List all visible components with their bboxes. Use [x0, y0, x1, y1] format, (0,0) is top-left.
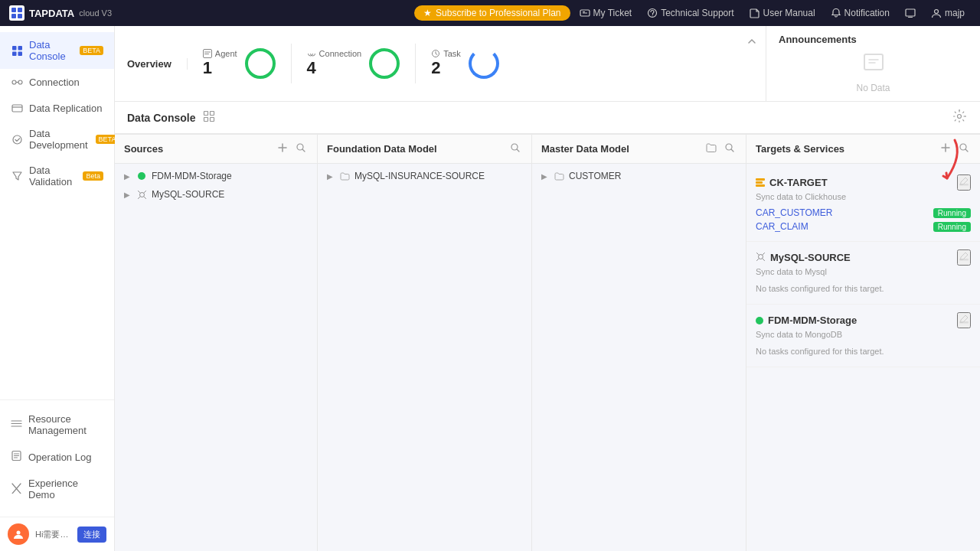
ck-edit-button[interactable] [957, 174, 971, 191]
agent-icon [203, 49, 212, 58]
tree-arrow-insurance: ▶ [327, 172, 335, 181]
tree-item-mysql-source[interactable]: ▶ MySQL-SOURCE [115, 185, 317, 204]
svg-rect-1 [18, 8, 22, 12]
user-manual-button[interactable]: User Manual [743, 8, 822, 18]
overview-collapse-button[interactable] [744, 34, 760, 52]
master-search-button[interactable] [723, 141, 737, 157]
plus-icon-targets [940, 142, 951, 153]
sources-panel-body: ▶ FDM-MDM-Storage ▶ MySQL [115, 164, 317, 551]
user-manual-label: User Manual [763, 8, 815, 18]
sidebar-item-resource-management[interactable]: Resource Management [0, 406, 114, 443]
chat-connect-button[interactable]: 连接 [77, 527, 106, 543]
connection-stat-icon [307, 49, 316, 58]
resource-icon [11, 418, 22, 432]
tree-item-fdm-mdm[interactable]: ▶ FDM-MDM-Storage [115, 167, 317, 185]
targets-search-button[interactable] [957, 141, 971, 157]
car-customer-link[interactable]: CAR_CUSTOMER [756, 207, 832, 218]
fdm-edit-button[interactable] [957, 312, 971, 328]
announcements-section: Announcements No Data [766, 26, 980, 101]
task-stat: Task 2 [431, 44, 514, 83]
connection-circle [369, 48, 400, 79]
target-card-fdm: FDM-MDM-Storage Sync data to MongoDB No … [746, 305, 980, 367]
ck-sync-text: Sync data to Clickhouse [756, 192, 971, 201]
logo-icon [9, 5, 24, 21]
tree-item-mysql-insurance[interactable]: ▶ MySQL-INSURANCE-SOURCE [318, 167, 531, 185]
notification-button[interactable]: Notification [825, 8, 896, 18]
my-ticket-label: My Ticket [593, 8, 632, 18]
sources-search-button[interactable] [294, 141, 308, 157]
no-data-text: No Data [856, 83, 890, 93]
sidebar-item-operation-log[interactable]: Operation Log [0, 443, 114, 471]
screen-button[interactable] [899, 8, 922, 18]
master-panel: Master Data Model ▶ [532, 135, 746, 551]
data-console-badge: BETA [80, 46, 103, 55]
sources-add-button[interactable] [276, 141, 289, 157]
sources-panel-header: Sources [115, 135, 317, 164]
foundation-panel-title: Foundation Data Model [327, 143, 437, 155]
overview-stats: Overview Agent 1 [115, 26, 738, 101]
foundation-panel: Foundation Data Model ▶ [318, 135, 532, 551]
car-customer-status: Running [933, 208, 971, 218]
search-icon-targets [959, 142, 969, 153]
fdm-no-tasks: No tasks configured for this target. [756, 344, 971, 359]
svg-point-6 [652, 15, 653, 16]
svg-rect-22 [204, 112, 208, 116]
targets-panel-actions [939, 141, 971, 157]
svg-rect-23 [211, 112, 214, 116]
technical-support-button[interactable]: Technical Support [641, 8, 740, 18]
subscribe-button[interactable]: ★ Subscribe to Professional Plan [414, 5, 570, 21]
user-button[interactable]: majp [925, 8, 971, 18]
sidebar-item-experience-demo[interactable]: Experience Demo [0, 471, 114, 507]
agent-stat: Agent 1 [203, 44, 292, 83]
sidebar-label-resource: Resource Management [28, 413, 103, 436]
ck-target-name: CK-TARGET [769, 177, 828, 188]
chat-hint-text: Hi需要帮助吗... [35, 529, 71, 540]
data-console-icon [11, 44, 23, 57]
username-label: majp [945, 8, 965, 18]
folder-add-icon [706, 142, 717, 153]
tree-arrow-mysql: ▶ [124, 191, 132, 199]
mysql-source-icon [136, 189, 147, 200]
cloud-version: cloud V3 [79, 8, 112, 18]
experience-icon [11, 482, 22, 496]
technical-support-label: Technical Support [661, 8, 733, 18]
logo: TAPDATA cloud V3 [9, 5, 112, 21]
support-icon [647, 8, 658, 18]
svg-rect-21 [864, 54, 883, 70]
data-console-title: Data Console [127, 109, 217, 126]
edit-icon-fdm [959, 314, 969, 324]
mysql-edit-button[interactable] [957, 249, 971, 266]
dc-settings-button[interactable] [951, 108, 968, 127]
replication-icon [11, 102, 23, 114]
fdm-icon [136, 171, 147, 181]
manual-icon [750, 8, 760, 18]
notification-icon [831, 8, 841, 18]
foundation-panel-actions [508, 141, 522, 157]
no-data-icon [860, 48, 887, 81]
mysql-insurance-label: MySQL-INSURANCE-SOURCE [354, 171, 522, 181]
sidebar-item-data-replication[interactable]: Data Replication [0, 95, 114, 121]
sidebar-item-data-development[interactable]: Data Development BETA [0, 121, 114, 158]
sidebar-item-connection[interactable]: Connection [0, 69, 114, 95]
svg-rect-7 [906, 9, 915, 16]
targets-add-button[interactable] [939, 141, 952, 157]
mysql-source-label: MySQL-SOURCE [152, 189, 308, 200]
car-claim-link[interactable]: CAR_CLAIM [756, 221, 808, 232]
sidebar-item-data-validation[interactable]: Data Validation Beta [0, 158, 114, 194]
star-icon: ★ [423, 8, 432, 18]
foundation-panel-header: Foundation Data Model [318, 135, 531, 164]
plus-icon [277, 142, 288, 153]
edit-icon-ck [959, 176, 969, 187]
tree-item-customer[interactable]: ▶ CUSTOMER [532, 167, 746, 185]
foundation-search-button[interactable] [508, 141, 522, 157]
sidebar-item-data-console[interactable]: Data Console BETA [0, 32, 114, 69]
connection-label: Connection [319, 49, 362, 58]
master-folder-button[interactable] [704, 141, 718, 157]
svg-rect-25 [211, 118, 214, 122]
car-claim-status: Running [933, 222, 971, 232]
sidebar-label-data-console: Data Console [29, 39, 72, 62]
my-ticket-button[interactable]: My Ticket [573, 8, 639, 18]
master-panel-header: Master Data Model [532, 135, 746, 164]
svg-rect-15 [12, 105, 22, 112]
dc-grid-view-button[interactable] [201, 109, 217, 126]
